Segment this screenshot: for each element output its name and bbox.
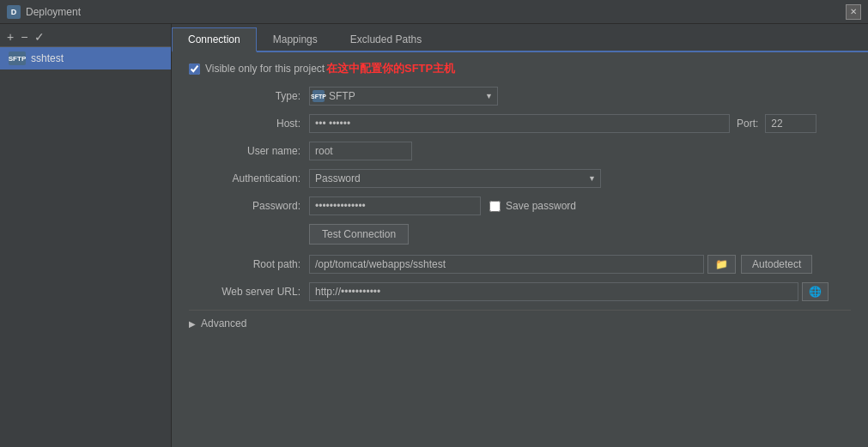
sidebar-item-sshtest[interactable]: SFTP sshtest bbox=[0, 47, 171, 69]
web-server-url-label: Web server URL: bbox=[189, 286, 309, 298]
advanced-arrow-icon: ▶ bbox=[189, 319, 196, 329]
visible-only-label[interactable]: Visible only for this project bbox=[205, 63, 325, 75]
main-container: + − ✓ SFTP sshtest Connection Mappings E… bbox=[0, 24, 868, 447]
add-button[interactable]: + bbox=[7, 31, 14, 43]
confirm-button[interactable]: ✓ bbox=[34, 31, 45, 43]
type-row: Type: SFTP SFTP FTP Local or mounted fol… bbox=[189, 87, 851, 106]
web-server-url-input[interactable] bbox=[309, 282, 798, 301]
root-path-input[interactable] bbox=[309, 255, 704, 274]
annotation-text: 在这中配置你的SFTP主机 bbox=[326, 61, 455, 76]
tab-mappings[interactable]: Mappings bbox=[257, 27, 334, 52]
autodetect-button[interactable]: Autodetect bbox=[741, 255, 812, 274]
web-icon-button[interactable]: 🌐 bbox=[802, 282, 829, 301]
advanced-section[interactable]: ▶ Advanced bbox=[189, 310, 851, 329]
host-row: Host: Port: bbox=[189, 114, 851, 133]
test-connection-row: Test Connection bbox=[189, 224, 851, 245]
remove-button[interactable]: − bbox=[21, 31, 27, 43]
test-connection-button[interactable]: Test Connection bbox=[309, 224, 409, 245]
port-container: Port: bbox=[737, 114, 816, 133]
password-input[interactable] bbox=[309, 196, 481, 215]
visible-only-checkbox[interactable] bbox=[189, 63, 200, 75]
username-row: User name: bbox=[189, 142, 851, 160]
app-title: Deployment bbox=[26, 6, 81, 18]
tab-connection[interactable]: Connection bbox=[172, 27, 257, 52]
close-button[interactable]: ✕ bbox=[846, 4, 861, 20]
sidebar-item-label: sshtest bbox=[31, 52, 64, 64]
username-label: User name: bbox=[189, 145, 309, 157]
browse-button[interactable]: 📁 bbox=[707, 255, 736, 274]
tab-bar: Connection Mappings Excluded Paths bbox=[172, 24, 868, 52]
password-label: Password: bbox=[189, 200, 309, 212]
web-server-url-row: Web server URL: 🌐 bbox=[189, 282, 851, 301]
root-path-row: Root path: 📁 Autodetect bbox=[189, 255, 851, 274]
save-password-row: Save password bbox=[489, 200, 576, 212]
type-select-wrapper: SFTP SFTP FTP Local or mounted folder ▼ bbox=[309, 87, 498, 106]
visible-only-row: Visible only for this project 在这中配置你的SFT… bbox=[189, 63, 851, 75]
port-label: Port: bbox=[737, 118, 758, 130]
root-path-label: Root path: bbox=[189, 258, 309, 270]
auth-label: Authentication: bbox=[189, 172, 309, 184]
auth-row: Authentication: Password Key pair (OpenS… bbox=[189, 169, 851, 188]
sidebar-toolbar: + − ✓ bbox=[0, 27, 171, 47]
save-password-checkbox[interactable] bbox=[489, 201, 501, 212]
password-row: Password: Save password bbox=[189, 196, 851, 215]
title-bar: D Deployment ✕ bbox=[0, 0, 868, 24]
username-input[interactable] bbox=[309, 142, 412, 160]
type-select[interactable]: SFTP FTP Local or mounted folder bbox=[309, 87, 498, 106]
sidebar: + − ✓ SFTP sshtest bbox=[0, 24, 172, 447]
host-input[interactable] bbox=[309, 114, 730, 133]
host-label: Host: bbox=[189, 118, 309, 130]
tab-excluded-paths[interactable]: Excluded Paths bbox=[334, 27, 438, 52]
content-area: Connection Mappings Excluded Paths Visib… bbox=[172, 24, 868, 447]
type-label: Type: bbox=[189, 90, 309, 102]
sftp-icon: SFTP bbox=[9, 51, 26, 65]
auth-select-wrapper: Password Key pair (OpenSSH or PuTTY) Ope… bbox=[309, 169, 601, 188]
form-area: Visible only for this project 在这中配置你的SFT… bbox=[172, 52, 868, 447]
app-icon: D bbox=[7, 5, 21, 19]
auth-select[interactable]: Password Key pair (OpenSSH or PuTTY) Ope… bbox=[309, 169, 601, 188]
advanced-label: Advanced bbox=[201, 317, 246, 329]
port-input[interactable] bbox=[765, 114, 816, 133]
save-password-label[interactable]: Save password bbox=[506, 200, 576, 212]
